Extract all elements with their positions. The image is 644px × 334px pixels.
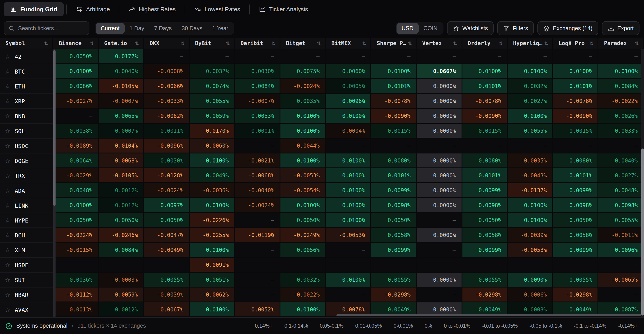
rate-cell[interactable]: 0.0000% [417, 124, 462, 139]
rate-cell[interactable]: 0.0100% [326, 198, 371, 213]
rate-cell[interactable]: 0.0098% [462, 198, 508, 213]
rate-cell[interactable]: – [508, 139, 553, 153]
favorite-star-icon[interactable]: ☆ [5, 113, 10, 119]
rate-cell[interactable]: 0.0101% [462, 79, 508, 94]
rate-cell[interactable]: -0.0062% [144, 109, 190, 124]
favorite-star-icon[interactable]: ☆ [5, 247, 10, 253]
rate-cell[interactable]: – [53, 258, 99, 273]
rate-cell[interactable]: – [235, 243, 280, 258]
rate-cell[interactable]: 0.0100% [280, 198, 326, 213]
time-filter-1-day[interactable]: 1 Day [124, 23, 149, 34]
search-input[interactable] [18, 25, 84, 31]
rate-cell[interactable]: -0.0105% [99, 168, 144, 183]
rate-cell[interactable]: 0.0100% [462, 64, 508, 79]
rate-cell[interactable]: -0.0078% [462, 94, 508, 109]
rate-cell[interactable]: – [462, 139, 508, 153]
rate-cell[interactable]: 0.0015% [553, 124, 598, 139]
rate-cell[interactable]: 0.0099% [462, 243, 508, 258]
rate-cell[interactable]: – [280, 258, 326, 273]
rate-cell[interactable]: – [417, 213, 462, 228]
rate-cell[interactable]: 0.0036% [53, 273, 99, 288]
rate-cell[interactable]: 0.0000% [417, 94, 462, 109]
favorite-star-icon[interactable]: ☆ [5, 173, 10, 179]
column-header-okx[interactable]: OKX⇅ [144, 38, 190, 49]
rate-cell[interactable]: 0.0001% [235, 124, 280, 139]
rate-cell[interactable]: 0.0007% [99, 124, 144, 139]
export-button[interactable]: Export [602, 21, 640, 35]
rate-cell[interactable]: -0.0021% [235, 153, 280, 168]
column-header-deribit[interactable]: Deribit⇅ [235, 38, 280, 49]
rate-cell[interactable]: 0.0055% [190, 94, 235, 109]
rate-cell[interactable]: -0.0112% [53, 288, 99, 303]
rate-cell[interactable]: -0.0091% [190, 258, 235, 273]
rate-cell[interactable]: -0.0066% [144, 79, 190, 94]
rate-cell[interactable]: 0.0099% [553, 243, 598, 258]
rate-cell[interactable]: 0.0055% [144, 273, 190, 288]
rate-cell[interactable]: – [144, 49, 190, 64]
rate-cell[interactable]: -0.0049% [144, 243, 190, 258]
favorite-star-icon[interactable]: ☆ [5, 292, 10, 298]
rate-cell[interactable]: -0.0054% [280, 183, 326, 198]
rate-cell[interactable]: -0.0298% [372, 288, 417, 303]
rate-cell[interactable]: 0.0058% [462, 228, 508, 243]
rate-cell[interactable]: 0.0032% [508, 79, 553, 94]
rate-cell[interactable]: 0.0080% [462, 153, 508, 168]
rate-cell[interactable]: 0.0050% [462, 213, 508, 228]
rate-cell[interactable]: 0.0100% [53, 64, 99, 79]
rate-cell[interactable]: 0.0074% [190, 79, 235, 94]
symbol-cell[interactable]: ☆SOL [0, 124, 53, 139]
rate-cell[interactable]: 0.0080% [372, 153, 417, 168]
rate-cell[interactable]: -0.0036% [190, 183, 235, 198]
rate-cell[interactable]: 0.0100% [53, 198, 99, 213]
rate-cell[interactable]: -0.0068% [235, 168, 280, 183]
rate-cell[interactable]: 0.0050% [372, 213, 417, 228]
rate-cell[interactable]: 0.0100% [190, 243, 235, 258]
time-filter-1-year[interactable]: 1 Year [207, 23, 233, 34]
rate-cell[interactable]: 0.0058% [553, 228, 598, 243]
rate-cell[interactable]: -0.0039% [508, 228, 553, 243]
rate-cell[interactable]: -0.0062% [190, 288, 235, 303]
rate-cell[interactable]: -0.0298% [462, 288, 508, 303]
rate-cell[interactable]: -0.0089% [53, 139, 99, 153]
rate-cell[interactable]: -0.0090% [553, 109, 598, 124]
favorite-star-icon[interactable]: ☆ [5, 83, 10, 89]
rate-cell[interactable]: -0.0096% [144, 139, 190, 153]
rate-cell[interactable]: 0.0100% [280, 124, 326, 139]
inner-vertical-scrollbar[interactable] [53, 49, 56, 317]
column-header-bitget[interactable]: Bitget⇅ [280, 38, 326, 49]
column-header-gate-io[interactable]: Gate.io⇅ [99, 38, 144, 49]
rate-cell[interactable]: -0.0119% [235, 228, 280, 243]
rate-cell[interactable]: -0.0053% [326, 228, 371, 243]
rate-cell[interactable]: 0.0015% [462, 124, 508, 139]
rate-cell[interactable]: 0.0000% [417, 153, 462, 168]
column-header-symbol[interactable]: Symbol⇅ [0, 38, 53, 49]
rate-cell[interactable]: – [235, 49, 280, 64]
symbol-cell[interactable]: ☆XRP [0, 94, 53, 109]
rate-cell[interactable]: -0.0255% [190, 228, 235, 243]
rate-cell[interactable]: 0.0049% [190, 168, 235, 183]
rate-cell[interactable]: -0.0027% [53, 94, 99, 109]
symbol-cell[interactable]: ☆DOGE [0, 153, 53, 168]
rate-cell[interactable]: 0.0075% [280, 64, 326, 79]
rate-cell[interactable]: 0.0080% [553, 153, 598, 168]
rate-cell[interactable]: 0.0033% [598, 124, 644, 139]
rate-cell[interactable]: -0.0090% [372, 109, 417, 124]
rate-cell[interactable]: 0.0097% [144, 198, 190, 213]
currency-coin[interactable]: COIN [418, 23, 442, 34]
rate-cell[interactable]: 0.0000% [417, 168, 462, 183]
exchanges-14-button[interactable]: Exchanges (14) [538, 21, 598, 35]
rate-cell[interactable]: – [553, 139, 598, 153]
rate-cell[interactable]: -0.0024% [144, 183, 190, 198]
rate-cell[interactable]: – [235, 288, 280, 303]
tab-arbitrage[interactable]: Arbitrage [69, 2, 116, 16]
rate-cell[interactable]: -0.0011% [598, 228, 644, 243]
rate-cell[interactable]: 0.0100% [598, 64, 644, 79]
rate-cell[interactable]: -0.0249% [280, 228, 326, 243]
rate-cell[interactable]: – [462, 258, 508, 273]
rate-cell[interactable]: – [326, 139, 371, 153]
rate-cell[interactable]: -0.0224% [53, 228, 99, 243]
rate-cell[interactable]: -0.0039% [144, 288, 190, 303]
tab-funding-grid[interactable]: Funding Grid [4, 2, 64, 16]
rate-cell[interactable]: 0.0100% [553, 64, 598, 79]
rate-cell[interactable]: 0.0100% [280, 109, 326, 124]
